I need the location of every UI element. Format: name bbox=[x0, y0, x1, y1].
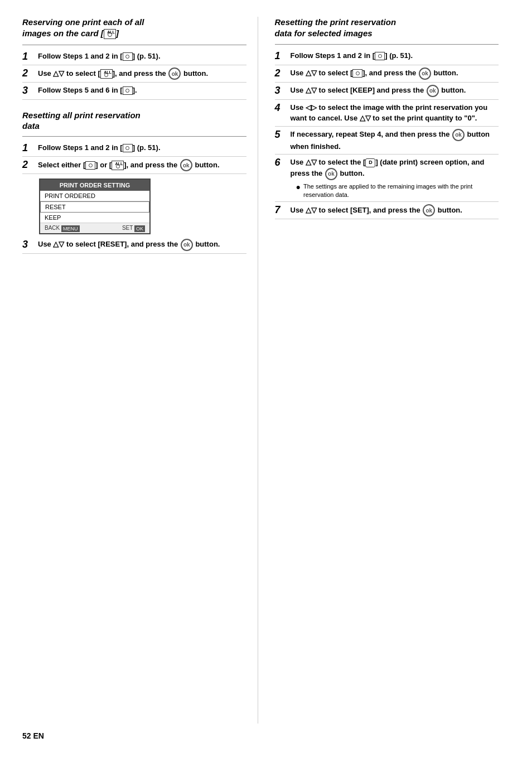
step-number: 3 bbox=[275, 85, 287, 97]
ok-button-icon: ok bbox=[427, 85, 439, 97]
right-step-3: 3 Use △▽ to select [KEEP] and press the … bbox=[275, 85, 499, 100]
step-content: Use △▽ to select [ALL], and press the ok… bbox=[38, 67, 246, 80]
right-step-2: 2 Use △▽ to select [], and press the ok … bbox=[275, 67, 499, 83]
page-number: 52 bbox=[22, 731, 31, 740]
step-number: 1 bbox=[22, 142, 35, 155]
print-order-footer: BACK MENU SET OK bbox=[40, 223, 149, 233]
right-section-title: Resetting the print reservationdata for … bbox=[275, 17, 499, 38]
right-step-4: 4 Use ◁▷ to select the image with the pr… bbox=[275, 102, 499, 127]
step-content: Select either [] or [ALL], and press the… bbox=[38, 159, 246, 171]
page-footer: 52 EN bbox=[22, 731, 44, 740]
reset-row: RESET bbox=[40, 201, 149, 213]
step-number: 3 bbox=[22, 85, 35, 97]
left-column: Reserving one print each of allimages on… bbox=[22, 17, 258, 724]
step-number: 2 bbox=[22, 159, 35, 171]
left-s2-step-1: 1 Follow Steps 1 and 2 in [] (p. 51). bbox=[22, 142, 246, 157]
ok-button-icon: ok bbox=[452, 129, 465, 141]
step-number: 4 bbox=[275, 102, 287, 114]
step-content: Use △▽ to select the [D] (date print) sc… bbox=[291, 157, 499, 199]
keep-row: KEEP bbox=[40, 213, 149, 223]
step-number: 2 bbox=[275, 67, 287, 80]
step-content: Use △▽ to select [RESET], and press the … bbox=[38, 239, 246, 251]
left-s2-step-2: 2 Select either [] or [ALL], and press t… bbox=[22, 159, 246, 174]
step-content: If necessary, repeat Step 4, and then pr… bbox=[291, 129, 499, 152]
left-step-2: 2 Use △▽ to select [ALL], and press the … bbox=[22, 67, 246, 83]
step-content: Follow Steps 5 and 6 in []. bbox=[38, 85, 246, 96]
menu-label: MENU bbox=[61, 225, 80, 232]
right-step-5: 5 If necessary, repeat Step 4, and then … bbox=[275, 129, 499, 155]
step-content: Follow Steps 1 and 2 in [] (p. 51). bbox=[38, 142, 246, 153]
ok-button-icon: ok bbox=[419, 67, 431, 80]
left-s2-step-3: 3 Use △▽ to select [RESET], and press th… bbox=[22, 239, 246, 254]
step-content: Use ◁▷ to select the image with the prin… bbox=[291, 102, 499, 124]
bullet-icon: ● bbox=[296, 182, 301, 192]
section1-title: Reserving one print each of allimages on… bbox=[22, 17, 246, 39]
right-step-7: 7 Use △▽ to select [SET], and press the … bbox=[275, 204, 499, 219]
section2-title: Resetting all print reservationdata bbox=[22, 110, 246, 132]
divider1 bbox=[22, 45, 246, 45]
ok-button-icon: ok bbox=[168, 67, 181, 80]
right-step-6: 6 Use △▽ to select the [D] (date print) … bbox=[275, 157, 499, 202]
print-order-setting-box: PRINT ORDER SETTING PRINT ORDERED RESET … bbox=[39, 179, 151, 234]
divider-right bbox=[275, 44, 499, 45]
set-label: SET OK bbox=[122, 225, 145, 231]
step-number: 5 bbox=[275, 129, 287, 141]
step-number: 7 bbox=[275, 204, 287, 216]
page: Reserving one print each of allimages on… bbox=[0, 0, 532, 757]
set-ok-label: OK bbox=[134, 225, 145, 232]
step-number: 6 bbox=[275, 157, 287, 169]
language-label: EN bbox=[33, 731, 43, 740]
bullet-note: ● The settings are applied to the remain… bbox=[291, 182, 499, 200]
bullet-text: The settings are applied to the remainin… bbox=[303, 182, 499, 200]
step-number: 1 bbox=[22, 51, 35, 63]
two-column-layout: Reserving one print each of allimages on… bbox=[22, 17, 510, 724]
step-number: 2 bbox=[22, 67, 35, 80]
right-column: Resetting the print reservationdata for … bbox=[258, 17, 510, 724]
step-content: Use △▽ to select [SET], and press the ok… bbox=[291, 204, 499, 216]
left-step-1: 1 Follow Steps 1 and 2 in [] (p. 51). bbox=[22, 51, 246, 66]
ok-button-icon: ok bbox=[180, 159, 192, 171]
step-content: Use △▽ to select [KEEP] and press the ok… bbox=[291, 85, 499, 97]
back-label: BACK MENU bbox=[45, 225, 80, 231]
ok-button-icon: ok bbox=[325, 168, 337, 180]
step-content: Follow Steps 1 and 2 in [] (p. 51). bbox=[291, 50, 499, 61]
step-number: 1 bbox=[275, 50, 287, 62]
print-ordered-row: PRINT ORDERED bbox=[40, 191, 149, 201]
step-content: Use △▽ to select [], and press the ok bu… bbox=[291, 67, 499, 80]
ok-button-icon: ok bbox=[181, 239, 193, 251]
step-content: Follow Steps 1 and 2 in [] (p. 51). bbox=[38, 51, 246, 62]
divider2 bbox=[22, 136, 246, 137]
right-step-1: 1 Follow Steps 1 and 2 in [] (p. 51). bbox=[275, 50, 499, 65]
print-order-header: PRINT ORDER SETTING bbox=[40, 180, 149, 191]
left-step-3: 3 Follow Steps 5 and 6 in []. bbox=[22, 85, 246, 100]
ok-button-icon: ok bbox=[423, 204, 435, 216]
step-number: 3 bbox=[22, 239, 35, 251]
